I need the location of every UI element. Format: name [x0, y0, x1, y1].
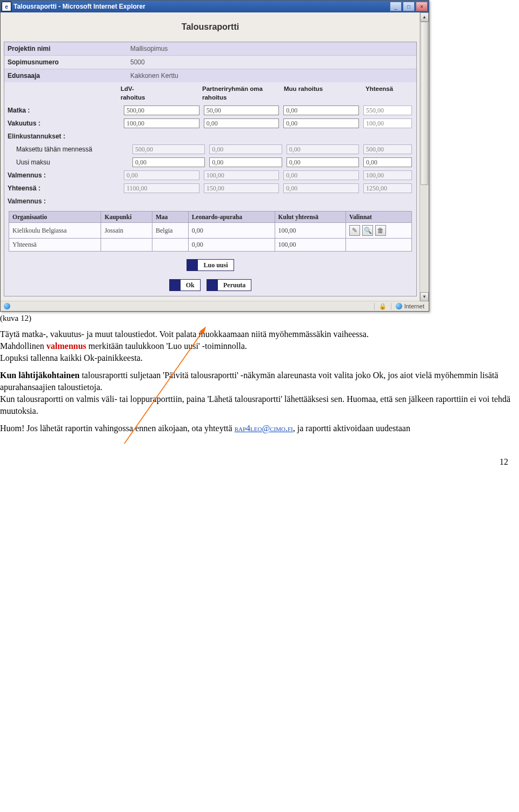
row-uusi: Uusi maksu	[4, 156, 416, 169]
client-area: Talousraportti Projektin nimiMallisopimu…	[1, 12, 429, 311]
status-bar: 🔒 Internet	[1, 301, 429, 311]
paragraph-2: Kun lähtijäkohtainen talousraportti sulj…	[0, 369, 519, 417]
table-footer-row: Yhteensä 0,00 100,00	[9, 239, 412, 252]
label-matka: Matka :	[4, 106, 124, 115]
cell-footer-org: Yhteensä	[9, 239, 101, 252]
yhteensa-ldv	[124, 183, 199, 193]
internet-zone-icon	[396, 303, 402, 309]
row-matka: Matka :	[4, 104, 416, 117]
uusi-yht-input[interactable]	[363, 157, 412, 167]
label-elin: Elinkustannukset :	[4, 130, 416, 143]
th-kulut: Kulut yhteensä	[275, 212, 346, 223]
hdr-partneri: Partneriryhmän oma rahoitus	[202, 84, 282, 102]
label-uusi: Uusi maksu	[4, 158, 132, 167]
luo-uusi-button[interactable]: Luo uusi	[187, 259, 234, 271]
matka-yht	[363, 105, 412, 115]
maksettu-ldv	[132, 144, 205, 154]
form-title: Talousraportti	[4, 22, 417, 32]
column-headers: LdV-rahoitus Partneriryhmän oma rahoitus…	[4, 82, 416, 104]
view-icon[interactable]: 🔍	[362, 225, 373, 236]
label-valmennus2: Valmennus :	[4, 195, 416, 208]
yhteensa-partneri	[204, 183, 280, 193]
vakuutus-muu-input[interactable]	[283, 118, 359, 128]
maximize-button[interactable]: □	[403, 2, 415, 11]
form-box: Projektin nimiMallisopimus Sopimusnumero…	[4, 42, 417, 296]
matka-partneri-input[interactable]	[204, 105, 280, 115]
window-title: Talousraportti - Microsoft Internet Expl…	[14, 3, 389, 10]
label-valmennus: Valmennus :	[4, 171, 124, 180]
minimize-button[interactable]: _	[390, 2, 402, 11]
image-caption: (kuva 12)	[0, 314, 519, 323]
valmennus-muu	[283, 170, 359, 180]
valmennus-yht	[363, 170, 412, 180]
lock-icon: 🔒	[379, 303, 387, 310]
uusi-muu-input[interactable]	[287, 157, 359, 167]
vakuutus-partneri-input[interactable]	[204, 118, 280, 128]
cell-org: Kielikoulu Belgiassa	[9, 223, 101, 239]
paragraph-3: Huom! Jos lähetät raportin vahingossa en…	[0, 422, 519, 434]
edit-icon[interactable]: ✎	[349, 225, 360, 236]
yhteensa-yht	[363, 183, 412, 193]
scroll-thumb[interactable]	[421, 22, 428, 185]
label-projektin-nimi: Projektin nimi	[4, 42, 127, 55]
valmennus-highlight: valmennus	[46, 341, 86, 351]
label-yhteensa-row: Yhteensä :	[4, 184, 124, 193]
zone-label: Internet	[404, 303, 424, 309]
cell-kaupunki: Jossain	[101, 223, 152, 239]
row-yhteensa: Yhteensä :	[4, 182, 416, 195]
cell-footer-leo: 0,00	[188, 239, 275, 252]
value-edunsaaja: Kakkonen Kerttu	[127, 69, 416, 82]
table-row: Kielikoulu Belgiassa Jossain Belgia 0,00…	[9, 223, 412, 239]
row-vakuutus: Vakuutus :	[4, 117, 416, 130]
ie-icon: e	[2, 2, 11, 11]
row-valmennus: Valmennus :	[4, 169, 416, 182]
label-vakuutus: Vakuutus :	[4, 119, 124, 128]
scroll-down-button[interactable]: ▼	[420, 292, 429, 301]
hdr-muu: Muu rahoitus	[284, 84, 363, 102]
title-bar: e Talousraportti - Microsoft Internet Ex…	[1, 1, 429, 12]
maksettu-muu	[287, 144, 359, 154]
th-valinnat: Valinnat	[346, 212, 412, 223]
uusi-ldv-input[interactable]	[132, 157, 205, 167]
yhteensa-muu	[283, 183, 359, 193]
maksettu-partneri	[209, 144, 282, 154]
th-org: Organisaatio	[9, 212, 101, 223]
th-kaupunki: Kaupunki	[101, 212, 152, 223]
th-leo: Leonardo-apuraha	[188, 212, 275, 223]
vakuutus-ldv-input[interactable]	[124, 118, 199, 128]
vakuutus-yht	[363, 118, 412, 128]
value-sopimusnumero: 5000	[127, 56, 416, 69]
cell-maa: Belgia	[152, 223, 189, 239]
ok-button[interactable]: Ok	[169, 279, 201, 291]
label-sopimusnumero: Sopimusnumero	[4, 56, 127, 69]
cell-kulut: 100,00	[275, 223, 346, 239]
uusi-partneri-input[interactable]	[209, 157, 282, 167]
value-projektin-nimi: Mallisopimus	[127, 42, 416, 55]
label-maksettu: Maksettu tähän mennessä	[4, 145, 132, 154]
scrollbar[interactable]: ▲ ▼	[420, 12, 429, 301]
page-number: 12	[500, 457, 508, 467]
maksettu-yht	[363, 144, 412, 154]
th-maa: Maa	[152, 212, 189, 223]
email-link[interactable]: rap4leo@cimo.fi	[235, 424, 293, 433]
page-icon	[4, 303, 10, 309]
row-maksettu: Maksettu tähän mennessä	[4, 143, 416, 156]
paragraph-1: Täytä matka-, vakuutus- ja muut talousti…	[0, 328, 519, 364]
valmennus-table: Organisaatio Kaupunki Maa Leonardo-apura…	[9, 211, 412, 252]
cell-footer-kulut: 100,00	[275, 239, 346, 252]
matka-muu-input[interactable]	[283, 105, 359, 115]
hdr-yhteensa: Yhteensä	[365, 84, 414, 102]
hdr-ldv: LdV-rahoitus	[121, 84, 200, 102]
delete-icon[interactable]: 🗑	[375, 225, 386, 236]
peruuta-button[interactable]: Peruuta	[207, 279, 251, 291]
valmennus-ldv	[124, 170, 199, 180]
valmennus-partneri	[204, 170, 280, 180]
scroll-up-button[interactable]: ▲	[420, 12, 429, 22]
close-button[interactable]: ×	[416, 2, 428, 11]
matka-ldv-input[interactable]	[124, 105, 199, 115]
cell-leo: 0,00	[188, 223, 275, 239]
label-edunsaaja: Edunsaaja	[4, 69, 127, 82]
browser-window: e Talousraportti - Microsoft Internet Ex…	[0, 0, 429, 312]
